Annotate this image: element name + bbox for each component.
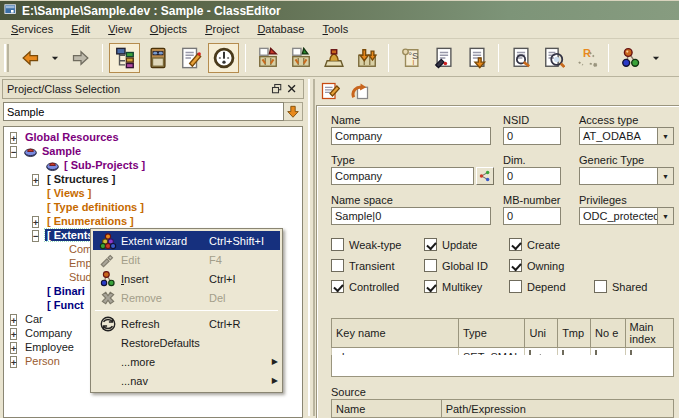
checkbox-box[interactable] [509,259,522,272]
tree-item-enumerations[interactable]: +[ Enumerations ] [4,214,302,228]
checkbox-box[interactable] [594,280,607,293]
source-table-header[interactable]: Name [332,400,442,418]
tree-item-label[interactable]: [ Views ] [45,187,93,199]
key-table-header[interactable]: Key name [332,319,459,348]
key-table-header[interactable]: No e [591,319,625,348]
expand-icon[interactable]: + [10,356,17,368]
save-document-button[interactable] [461,43,492,73]
tree-item-sample[interactable]: −Sample [4,144,302,158]
namespace-input[interactable]: Sample|0 [331,207,491,225]
tree-item-label[interactable]: [ Sub-Projects ] [62,159,147,171]
chevron-down-icon[interactable]: ▼ [657,208,673,224]
nav-back-button[interactable] [14,43,45,73]
preview-document-button[interactable] [538,43,569,73]
update-crate-button[interactable] [351,43,382,73]
close-panel-button[interactable] [284,82,299,96]
privileges-select[interactable]: ODC_protected ▼ [579,207,674,225]
edit-properties-button[interactable] [318,79,342,103]
tree-item-label[interactable]: [ Funct [45,299,86,311]
dim-input[interactable]: 0 [503,167,561,185]
key-table-body[interactable] [331,355,674,377]
dictionary-button[interactable] [142,43,173,73]
expand-icon[interactable]: + [10,132,17,144]
checkbox-box[interactable] [509,280,522,293]
menu-tools[interactable]: Tools [313,21,357,37]
check-in-button[interactable] [285,43,316,73]
edit-class-button[interactable] [175,43,206,73]
tree-item-sub-projects[interactable]: [ Sub-Projects ] [4,158,302,172]
tree-item-label[interactable]: Car [23,313,45,325]
toolbar-grip-handle[interactable] [4,44,9,72]
tree-item-label[interactable]: Sample [40,145,83,157]
tree-item-global-resources[interactable]: +Global Resources [4,130,302,144]
name-input[interactable]: Company [331,127,491,145]
script-info-button[interactable]: °Si [395,43,426,73]
menu-view[interactable]: View [99,21,141,37]
context-menu-item-refresh[interactable]: RefreshCtrl+R [93,314,280,333]
type-input[interactable]: Company [331,167,474,185]
checkbox-box[interactable] [424,259,437,272]
checkbox-box[interactable] [509,238,522,251]
checkbox-owning[interactable]: Owning [509,259,564,272]
context-menu-item-edit[interactable]: EditF4 [93,250,280,269]
checkbox-depend[interactable]: Depend [509,280,566,293]
chevron-down-icon[interactable]: ▼ [657,128,673,144]
menu-objects[interactable]: Objects [141,21,196,37]
rename-button[interactable]: R [571,43,602,73]
schema-dial-button[interactable] [208,43,239,73]
checkbox-update[interactable]: Update [424,238,477,251]
find-document-button[interactable] [505,43,536,73]
key-table-header[interactable]: Uni [525,319,558,348]
key-table-header[interactable]: Main index [625,319,673,348]
objects-button[interactable] [615,43,646,73]
tree-item-label[interactable]: Global Resources [23,131,121,143]
verify-document-button[interactable] [428,43,459,73]
restore-button[interactable] [348,79,372,103]
context-menu-item-restoredefaults[interactable]: RestoreDefaults [93,333,280,352]
float-panel-button[interactable] [269,82,284,96]
checkbox-box[interactable] [424,280,437,293]
context-menu-item-more[interactable]: ...more▶ [93,352,280,371]
mb-number-input[interactable]: 0 [503,207,561,225]
collapse-icon[interactable]: − [10,146,17,158]
expand-icon[interactable]: + [32,216,39,228]
menu-project[interactable]: Project [196,21,248,37]
tree-item-label[interactable]: Employee [23,341,76,353]
context-menu-item-nav[interactable]: ...nav▶ [93,371,280,390]
nav-forward-button[interactable] [65,43,96,73]
chevron-down-icon[interactable]: ▼ [657,168,673,184]
key-table-header[interactable]: Type [459,319,525,348]
checkbox-transient[interactable]: Transient [331,259,394,272]
tree-item-label[interactable]: [ Enumerations ] [45,215,136,227]
generic-type-select[interactable]: ▼ [579,167,674,185]
checkbox-shared[interactable]: Shared [594,280,647,293]
checkbox-box[interactable] [331,280,344,293]
tree-item-label[interactable]: [ Structures ] [45,173,117,185]
combo-drop-button[interactable] [284,102,303,121]
checkbox-controlled[interactable]: Controlled [331,280,399,293]
expand-icon[interactable]: + [10,328,17,340]
tree-item-views[interactable]: [ Views ] [4,186,302,200]
tree-item-label[interactable]: Company [23,327,74,339]
context-menu-item-insert[interactable]: InsertCtrl+I [93,269,280,288]
class-filter-input[interactable] [3,102,284,121]
checkbox-box[interactable] [331,259,344,272]
panel-grip-handle[interactable] [308,79,315,416]
context-menu-item-extent-wizard[interactable]: Extent wizardCtrl+Shift+I [93,231,280,250]
menu-services[interactable]: Services [2,21,62,37]
source-table-header[interactable]: Path/Expression [441,400,673,418]
expand-icon[interactable]: + [10,314,17,326]
checkbox-create[interactable]: Create [509,238,560,251]
objects-dropdown-button[interactable] [648,43,664,73]
checkbox-box[interactable] [424,238,437,251]
select-type-button[interactable] [476,167,494,185]
tree-item-label[interactable]: [ Binari [45,285,87,297]
context-menu-item-remove[interactable]: RemoveDel [93,288,280,307]
collapse-icon[interactable]: − [32,230,39,242]
checkbox-global-id[interactable]: Global ID [424,259,488,272]
nav-back-history-button[interactable] [47,43,63,73]
checkbox-multikey[interactable]: Multikey [424,280,482,293]
class-tree-button[interactable] [109,43,140,73]
expand-icon[interactable]: + [10,342,17,354]
tree-item-label[interactable]: [ Type definitions ] [45,201,146,213]
